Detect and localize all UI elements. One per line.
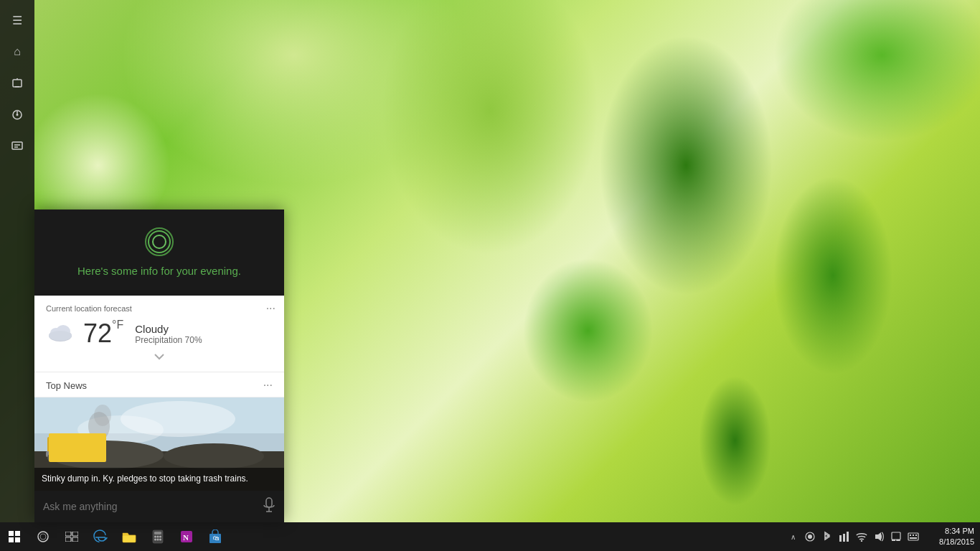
cortana-search-input[interactable] bbox=[43, 501, 257, 512]
taskbar-edge[interactable] bbox=[86, 522, 115, 551]
weather-expand-button[interactable] bbox=[46, 349, 273, 363]
svg-rect-64 bbox=[913, 534, 914, 536]
svg-point-58 bbox=[861, 540, 862, 542]
svg-rect-22 bbox=[46, 451, 99, 457]
weather-temperature: 72 bbox=[83, 319, 112, 349]
svg-point-5 bbox=[17, 114, 19, 116]
svg-point-45 bbox=[159, 536, 161, 538]
svg-rect-20 bbox=[47, 437, 98, 457]
weather-label: Current location forecast bbox=[46, 304, 273, 313]
svg-rect-27 bbox=[266, 498, 272, 507]
svg-rect-63 bbox=[910, 534, 911, 536]
svg-rect-57 bbox=[847, 532, 849, 542]
svg-rect-38 bbox=[65, 537, 71, 542]
weather-condition: Cloudy bbox=[135, 323, 202, 335]
desktop: ☰ ⌂ Here' bbox=[0, 0, 980, 551]
svg-rect-59 bbox=[892, 532, 900, 540]
svg-point-24 bbox=[89, 453, 98, 462]
cortana-header: Here's some info for your evening. bbox=[34, 209, 284, 296]
weather-main: 72 °F Cloudy Precipitation 70% bbox=[46, 319, 273, 349]
svg-point-47 bbox=[157, 539, 159, 541]
svg-rect-0 bbox=[13, 80, 22, 87]
svg-text:🛍: 🛍 bbox=[213, 534, 220, 542]
sidebar: ☰ ⌂ bbox=[0, 0, 34, 522]
microphone-icon[interactable] bbox=[263, 497, 275, 517]
tray-keyboard-icon[interactable] bbox=[906, 522, 920, 551]
tray-record-icon[interactable] bbox=[803, 522, 817, 551]
weather-description: Cloudy Precipitation 70% bbox=[135, 323, 202, 345]
svg-point-23 bbox=[47, 453, 56, 462]
taskbar-tray: ∧ bbox=[780, 522, 926, 551]
sidebar-hamburger[interactable]: ☰ bbox=[3, 6, 32, 34]
weather-unit: °F bbox=[112, 319, 123, 331]
start-button[interactable] bbox=[0, 522, 29, 551]
tray-chevron[interactable]: ∧ bbox=[786, 522, 800, 551]
taskbar-apps: N 🛍 bbox=[86, 522, 780, 551]
svg-rect-31 bbox=[15, 531, 20, 536]
sidebar-feedback[interactable] bbox=[3, 132, 32, 161]
news-card: Top News ··· bbox=[34, 372, 284, 491]
svg-rect-39 bbox=[72, 537, 78, 542]
svg-rect-32 bbox=[9, 537, 14, 542]
svg-rect-66 bbox=[910, 537, 917, 539]
svg-point-34 bbox=[38, 532, 48, 542]
svg-point-26 bbox=[94, 405, 111, 426]
svg-rect-36 bbox=[65, 532, 71, 536]
weather-precipitation: Precipitation 70% bbox=[135, 335, 202, 345]
svg-rect-56 bbox=[843, 534, 845, 542]
cortana-panel: Here's some info for your evening. ··· C… bbox=[34, 209, 284, 522]
sidebar-interests[interactable] bbox=[3, 100, 32, 129]
taskbar: N 🛍 ∧ bbox=[0, 522, 980, 551]
cortana-logo-icon bbox=[145, 227, 174, 256]
clock-time: 8:34 PM bbox=[945, 526, 974, 537]
svg-rect-42 bbox=[154, 532, 161, 534]
cortana-search-bar[interactable] bbox=[34, 491, 284, 522]
sidebar-notifications[interactable] bbox=[3, 69, 32, 98]
svg-text:N: N bbox=[183, 533, 189, 542]
taskbar-file-explorer[interactable] bbox=[115, 522, 143, 551]
svg-point-19 bbox=[164, 443, 264, 469]
taskbar-store[interactable]: 🛍 bbox=[201, 522, 230, 551]
tray-wifi-icon[interactable] bbox=[854, 522, 869, 551]
svg-rect-33 bbox=[15, 537, 20, 542]
tray-bluetooth-icon[interactable] bbox=[820, 522, 834, 551]
sidebar-home[interactable]: ⌂ bbox=[3, 37, 32, 66]
svg-point-12 bbox=[49, 331, 72, 341]
svg-rect-40 bbox=[123, 535, 136, 542]
svg-rect-55 bbox=[839, 535, 842, 542]
svg-rect-30 bbox=[9, 531, 14, 536]
weather-card: ··· Current location forecast 72 °F Cl bbox=[34, 296, 284, 372]
cloud-icon bbox=[46, 320, 75, 347]
svg-point-48 bbox=[159, 539, 161, 541]
svg-rect-65 bbox=[915, 534, 917, 536]
svg-rect-21 bbox=[50, 433, 79, 448]
news-section-label: Top News bbox=[46, 380, 87, 391]
svg-point-35 bbox=[40, 534, 46, 540]
weather-menu-button[interactable]: ··· bbox=[266, 303, 275, 314]
svg-point-43 bbox=[154, 536, 156, 538]
taskbar-clock[interactable]: 8:34 PM 8/18/2015 bbox=[926, 526, 980, 548]
news-headline[interactable]: Stinky dump in. Ky. pledges to stop taki… bbox=[34, 468, 284, 491]
taskbar-cortana-button[interactable] bbox=[29, 522, 57, 551]
cortana-greeting: Here's some info for your evening. bbox=[77, 263, 241, 278]
svg-rect-60 bbox=[892, 540, 895, 541]
svg-rect-61 bbox=[896, 540, 900, 541]
svg-point-44 bbox=[157, 536, 159, 538]
news-image[interactable]: Stinky dump in. Ky. pledges to stop taki… bbox=[34, 397, 284, 491]
tray-network-icon[interactable] bbox=[837, 522, 852, 551]
taskbar-calculator[interactable] bbox=[143, 522, 172, 551]
svg-point-54 bbox=[808, 534, 812, 539]
tray-action-center-icon[interactable] bbox=[889, 522, 903, 551]
svg-point-46 bbox=[154, 539, 156, 541]
taskbar-onenote[interactable]: N bbox=[172, 522, 201, 551]
task-view-button[interactable] bbox=[57, 522, 86, 551]
clock-date: 8/18/2015 bbox=[939, 537, 974, 547]
svg-point-18 bbox=[49, 441, 164, 469]
svg-rect-62 bbox=[908, 533, 918, 540]
svg-rect-37 bbox=[72, 532, 78, 536]
svg-rect-6 bbox=[12, 142, 22, 149]
news-section-header: Top News ··· bbox=[34, 372, 284, 397]
tray-volume-icon[interactable] bbox=[872, 522, 886, 551]
news-menu-button[interactable]: ··· bbox=[263, 380, 273, 391]
